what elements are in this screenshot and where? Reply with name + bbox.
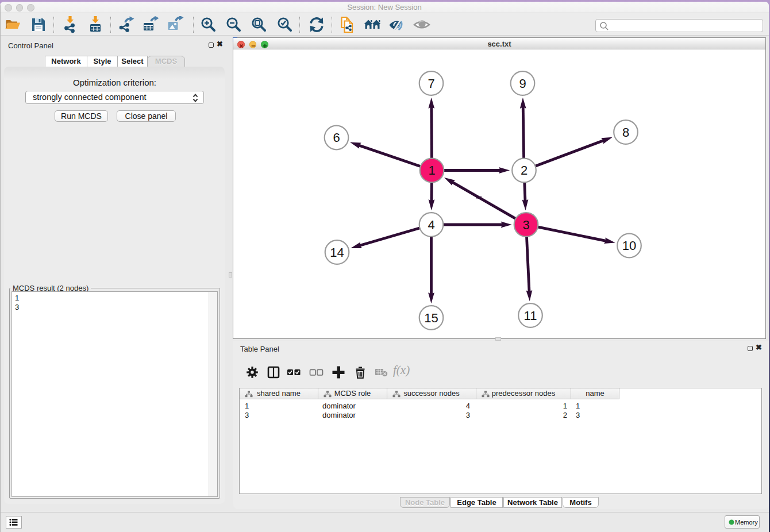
- svg-text:9: 9: [519, 76, 526, 91]
- svg-text:3: 3: [522, 218, 529, 232]
- svg-text:7: 7: [428, 76, 434, 91]
- svg-text:14: 14: [330, 245, 344, 260]
- svg-text:1: 1: [428, 163, 435, 178]
- svg-text:4: 4: [428, 218, 434, 232]
- svg-text:2: 2: [521, 163, 528, 178]
- svg-text:8: 8: [622, 125, 629, 140]
- svg-text:11: 11: [524, 309, 537, 323]
- svg-text:6: 6: [333, 130, 340, 145]
- svg-text:10: 10: [622, 238, 636, 253]
- svg-text:15: 15: [424, 311, 438, 325]
